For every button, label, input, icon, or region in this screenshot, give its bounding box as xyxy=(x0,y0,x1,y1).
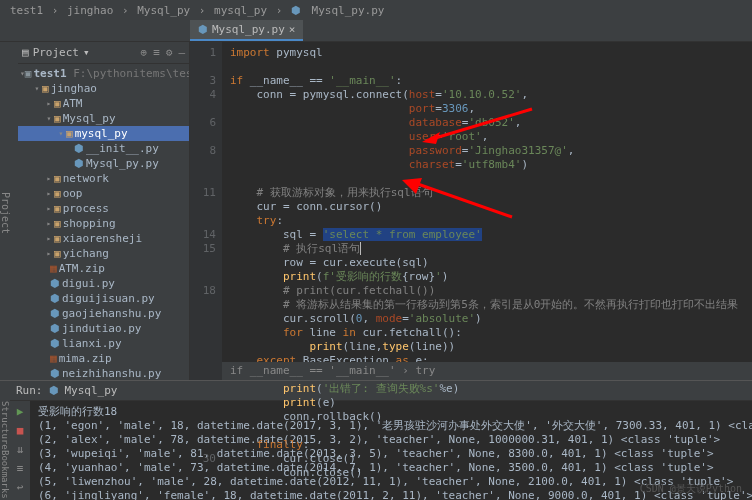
down-icon[interactable]: ⇊ xyxy=(17,443,24,456)
tree-file[interactable]: ⬢__init__.py xyxy=(18,141,189,156)
sidebar-tab-project[interactable]: Project xyxy=(0,42,18,380)
up-icon[interactable]: ≡ xyxy=(17,462,24,475)
tree-file[interactable]: ⬢lianxi.py xyxy=(18,336,189,351)
tree-file[interactable]: ⬢digui.py xyxy=(18,276,189,291)
gear-icon[interactable]: ⚙ xyxy=(166,46,173,59)
left-tool-strip: Structure Bookmarks xyxy=(0,381,10,500)
stop-icon[interactable]: ■ xyxy=(17,424,24,437)
tab-mysql-py[interactable]: ⬢ Mysql_py.py × xyxy=(190,20,303,41)
line-gutter: 1 34 6 8 11 1415 18 30 xyxy=(190,42,222,380)
rerun-icon[interactable]: ▶ xyxy=(17,405,24,418)
sidebar-tab-bookmarks[interactable]: Bookmarks xyxy=(0,450,10,499)
chevron-down-icon[interactable]: ▤ xyxy=(22,46,29,59)
tree-folder[interactable]: ▸▣yichang xyxy=(18,246,189,261)
tree-file[interactable]: ⬢jindutiao.py xyxy=(18,321,189,336)
editor-tabs: ⬢ Mysql_py.py × xyxy=(0,20,752,42)
tree-file[interactable]: ⬢diguijisuan.py xyxy=(18,291,189,306)
run-toolbar: ▶ ■ ⇊ ≡ ↩ xyxy=(10,401,30,500)
tree-folder[interactable]: ▸▣oop xyxy=(18,186,189,201)
editor-breadcrumb[interactable]: if __name__ == '__main__' › try xyxy=(222,362,752,380)
wrap-icon[interactable]: ↩ xyxy=(17,481,24,494)
python-file-icon: ⬢ xyxy=(49,384,59,397)
hide-icon[interactable]: — xyxy=(178,46,185,59)
tree-folder[interactable]: ▾▣jinghao xyxy=(18,81,189,96)
tree-folder[interactable]: ▸▣xiaorensheji xyxy=(18,231,189,246)
code-area[interactable]: import pymysql if __name__ == '__main__'… xyxy=(222,42,752,380)
tree-file[interactable]: ▦mima.zip xyxy=(18,351,189,366)
code-editor[interactable]: 1 34 6 8 11 1415 18 30 import pymysql if… xyxy=(190,42,752,380)
close-tab-icon[interactable]: × xyxy=(289,23,296,36)
tree-file[interactable]: ⬢Mysql_py.py xyxy=(18,156,189,171)
crosshair-icon[interactable]: ⊕ xyxy=(141,46,148,59)
python-file-icon: ⬢ xyxy=(198,23,208,36)
project-tree: ▾▣test1 F:\pythonitems\test1 ▾▣jinghao ▸… xyxy=(18,64,189,380)
breadcrumb[interactable]: test1 › jinghao › Mysql_py › mysql_py › … xyxy=(8,4,386,17)
tree-folder[interactable]: ▸▣process xyxy=(18,201,189,216)
tree-root[interactable]: ▾▣test1 F:\pythonitems\test1 xyxy=(18,66,189,81)
tree-file[interactable]: ▦ATM.zip xyxy=(18,261,189,276)
project-panel: ▤ Project ▾ ⊕ ≡ ⚙ — ▾▣test1 F:\pythonite… xyxy=(18,42,189,380)
breadcrumb-bar: test1 › jinghao › Mysql_py › mysql_py › … xyxy=(0,0,752,20)
project-header: ▤ Project ▾ ⊕ ≡ ⚙ — xyxy=(18,42,189,64)
expand-icon[interactable]: ≡ xyxy=(153,46,160,59)
tree-folder[interactable]: ▾▣Mysql_py xyxy=(18,111,189,126)
sidebar-tab-structure[interactable]: Structure xyxy=(0,401,10,450)
watermark: CSDN @景天说Python xyxy=(640,482,742,496)
tree-folder[interactable]: ▸▣ATM xyxy=(18,96,189,111)
tree-folder-selected[interactable]: ▾▣mysql_py xyxy=(18,126,189,141)
tree-folder[interactable]: ▸▣shopping xyxy=(18,216,189,231)
tree-file[interactable]: ⬢neizhihanshu.py xyxy=(18,366,189,380)
tree-file[interactable]: ⬢gaojiehanshu.py xyxy=(18,306,189,321)
tree-folder[interactable]: ▸▣network xyxy=(18,171,189,186)
